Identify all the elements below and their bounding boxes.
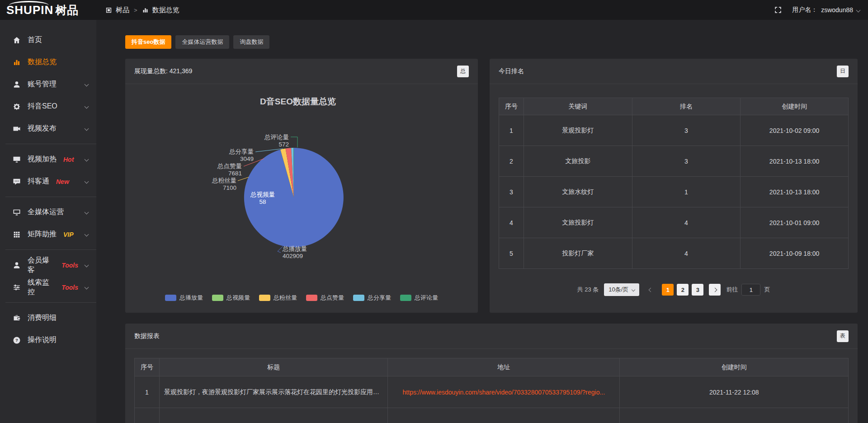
table-header-cell: 地址: [388, 358, 620, 376]
chevron-down-icon: [85, 157, 89, 162]
sidebar-divider: [5, 249, 96, 250]
sidebar-item-label: 抖客通: [28, 177, 49, 186]
cell-index: 4: [499, 207, 524, 238]
ranking-panel: 今日排名 日 序号关键词排名创建时间: [490, 59, 858, 313]
goto-unit: 页: [764, 286, 770, 294]
app-logo[interactable]: SHUPIN 树品: [0, 3, 96, 18]
sidebar-item[interactable]: 首页: [0, 29, 96, 51]
sidebar-item[interactable]: 消费明细: [0, 307, 96, 329]
overview-panel-title: 展现量总数: 421,369: [134, 67, 192, 75]
sidebar-item-badge: Hot: [63, 156, 74, 163]
sidebar-divider: [5, 302, 96, 303]
cell-rank: 3: [632, 115, 741, 146]
sidebar-item-label: 线索监控: [28, 278, 55, 297]
cell-created-time: 2021-10-13 18:00: [741, 146, 849, 177]
sidebar-item-badge: Tools: [61, 284, 78, 291]
total-toggle-button[interactable]: 总: [457, 66, 469, 77]
chevron-down-icon: [85, 263, 89, 268]
ranking-table-body: 1 景观投影灯 3 2021-10-02 09:00 2 文旅投影 3: [499, 115, 849, 269]
chevron-right-icon: [712, 287, 717, 292]
tab[interactable]: 全媒体运营数据: [175, 35, 229, 49]
sidebar-item[interactable]: 数据总览: [0, 51, 96, 73]
cell-created-time: 2021-10-01 09:00: [741, 207, 849, 238]
sidebar-item[interactable]: 全媒体运营: [0, 201, 96, 223]
page-size-select[interactable]: 10条/页: [604, 283, 639, 296]
gear-icon: [13, 103, 21, 111]
chevron-down-icon: [856, 8, 861, 12]
pie-label-line: [238, 177, 249, 181]
sidebar-item[interactable]: 会员爆客 Tools: [0, 254, 96, 276]
sidebar-item[interactable]: 视频发布: [0, 118, 96, 140]
pagination-total: 共 23 条: [577, 286, 599, 294]
svg-text:?: ?: [15, 338, 18, 343]
report-link[interactable]: https://www.iesdouyin.com/share/video/70…: [403, 389, 605, 396]
pie-chart-area: D音SEO数据量总览 总播放量402909总视频量58总粉丝量7100总点赞量7…: [125, 84, 478, 313]
pie-label: 总播放量402909: [282, 245, 307, 259]
breadcrumb-root[interactable]: 树品: [116, 6, 129, 14]
logo-arc: [9, 1, 49, 5]
pie-label: 总分享量3049: [229, 148, 254, 162]
report-table: 序号标题地址创建时间 1 景观投影灯，夜游景观投影灯厂家展示展示落花灯在花园里的…: [134, 358, 849, 423]
pagination-pages: 123: [662, 284, 703, 296]
question-icon: ?: [13, 336, 21, 344]
pagination-page-button[interactable]: 1: [662, 284, 674, 296]
sidebar-item[interactable]: 账号管理: [0, 73, 96, 95]
cell-index: 2: [499, 146, 524, 177]
cell-keyword: 文旅投影: [524, 146, 632, 177]
legend-item[interactable]: 总播放量: [165, 294, 203, 302]
legend-swatch: [212, 295, 223, 301]
topbar-right: 用户名：zswodun88: [774, 6, 868, 14]
legend-item[interactable]: 总评论量: [400, 294, 438, 302]
report-table-body: 1 景观投影灯，夜游景观投影灯厂家展示展示落花灯在花园里的灯光投影应用效果 #.…: [135, 376, 849, 408]
table-toggle-button[interactable]: 表: [837, 330, 849, 342]
sidebar-item-label: 消费明细: [28, 313, 57, 323]
fullscreen-icon[interactable]: [774, 6, 782, 14]
overview-panel: 展现量总数: 421,369 总 D音SEO数据量总览 总播放量402909总视…: [125, 59, 478, 313]
tab[interactable]: 询盘数据: [233, 35, 269, 49]
sidebar-item[interactable]: 视频加热 Hot: [0, 148, 96, 170]
pagination-prev-button[interactable]: [645, 284, 656, 296]
sidebar-item[interactable]: 抖客通 New: [0, 170, 96, 193]
report-panel-title: 数据报表: [134, 332, 160, 340]
day-toggle-button[interactable]: 日: [837, 66, 849, 77]
table-header-cell: 创建时间: [741, 98, 849, 115]
table-header-cell: 排名: [632, 98, 741, 115]
cell-created-time: 2021-11-22 12:08: [620, 376, 849, 408]
goto-page-input[interactable]: [741, 284, 760, 296]
wallet-icon: [13, 314, 21, 322]
legend-swatch: [165, 295, 176, 301]
legend-item[interactable]: 总点赞量: [306, 294, 344, 302]
logo-text-cn: 树品: [55, 3, 79, 18]
legend-swatch: [259, 295, 270, 301]
sidebar-item[interactable]: ? 操作说明: [0, 329, 96, 351]
table-header-row: 序号标题地址创建时间: [135, 358, 849, 376]
pie-chart[interactable]: 总播放量402909总视频量58总粉丝量7100总点赞量7681总分享量3049…: [125, 84, 478, 313]
cell-index: 1: [499, 115, 524, 146]
cell-index: 3: [499, 177, 524, 207]
cell-created-time: 2021-10-13 18:00: [741, 177, 849, 207]
legend-item[interactable]: 总分享量: [353, 294, 391, 302]
sidebar-item-badge: New: [56, 178, 69, 185]
legend-swatch: [353, 295, 364, 301]
sidebar-item[interactable]: 矩阵助推 VIP: [0, 223, 96, 245]
sidebar-item-label: 全媒体运营: [28, 207, 64, 217]
legend-item[interactable]: 总粉丝量: [259, 294, 297, 302]
pagination-next-button[interactable]: [709, 284, 721, 296]
legend-label: 总评论量: [415, 294, 438, 302]
cell-keyword: 投影灯厂家: [524, 238, 632, 269]
user-menu[interactable]: 用户名：zswodun88: [792, 6, 860, 14]
table-row: 1 景观投影灯 3 2021-10-02 09:00: [499, 115, 849, 146]
chevron-left-icon: [648, 287, 653, 292]
legend-item[interactable]: 总视频量: [212, 294, 250, 302]
chevron-down-icon: [85, 210, 89, 215]
pagination-page-button[interactable]: 2: [677, 284, 689, 296]
chart-legend: 总播放量总视频量总粉丝量总点赞量总分享量总评论量: [125, 294, 478, 302]
sidebar: 首页 数据总览 账号管理 抖音SE: [0, 20, 96, 423]
legend-label: 总粉丝量: [274, 294, 297, 302]
tab[interactable]: 抖音seo数据: [125, 35, 171, 49]
sidebar-item[interactable]: 抖音SEO: [0, 95, 96, 118]
legend-label: 总点赞量: [321, 294, 344, 302]
pagination-page-button[interactable]: 3: [692, 284, 703, 296]
chevron-down-icon: [85, 127, 89, 131]
sidebar-item[interactable]: 线索监控 Tools: [0, 276, 96, 298]
